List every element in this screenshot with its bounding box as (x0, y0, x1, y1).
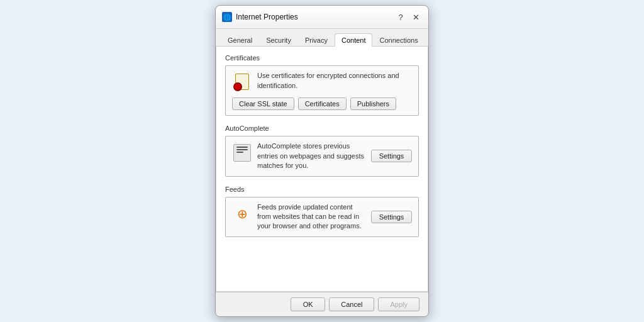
feeds-section: Feeds ⊕ Feeds provide updated content fr… (225, 186, 419, 237)
feeds-icon-container: ⊕ (232, 204, 252, 224)
certificates-icon (232, 72, 252, 92)
autocomplete-settings-button[interactable]: Settings (371, 150, 412, 162)
rss-icon: ⊕ (237, 206, 248, 221)
certificates-box: Use certificates for encrypted connectio… (225, 65, 419, 116)
internet-properties-dialog: 🌐 Internet Properties ? ✕ General Securi… (215, 5, 429, 316)
autocomplete-box: AutoComplete stores previous entries on … (225, 136, 419, 176)
autocomplete-description: AutoComplete stores previous entries on … (257, 142, 366, 170)
cert-icon-graphic (233, 74, 251, 91)
cert-icon-seal (233, 82, 242, 91)
help-button[interactable]: ? (394, 11, 407, 23)
tab-security[interactable]: Security (259, 33, 298, 47)
dialog-title: Internet Properties (236, 13, 298, 21)
tab-general[interactable]: General (221, 33, 259, 47)
tab-content[interactable]: Content (335, 33, 373, 47)
autocomplete-icon-graphic (233, 144, 251, 162)
feeds-settings-button[interactable]: Settings (371, 211, 412, 223)
autocomplete-icon-container (232, 143, 252, 163)
apply-button[interactable]: Apply (378, 297, 419, 311)
tabs-bar: General Security Privacy Content Connect… (216, 29, 428, 47)
autocomplete-row: AutoComplete stores previous entries on … (232, 142, 412, 170)
spacer (225, 246, 419, 284)
feeds-box: ⊕ Feeds provide updated content from web… (225, 197, 419, 237)
dialog-body: Certificates Use certificates for encryp… (216, 47, 428, 291)
publishers-button[interactable]: Publishers (350, 97, 396, 110)
certificates-section: Certificates Use certificates for encryp… (225, 54, 419, 116)
feeds-description: Feeds provide updated content from websi… (257, 203, 366, 231)
feeds-icon-graphic: ⊕ (233, 205, 251, 223)
clear-ssl-button[interactable]: Clear SSL state (232, 97, 294, 110)
title-bar: 🌐 Internet Properties ? ✕ (216, 6, 428, 29)
title-bar-left: 🌐 Internet Properties (222, 12, 298, 22)
ok-button[interactable]: OK (291, 297, 325, 311)
feeds-label: Feeds (225, 186, 419, 193)
dialog-icon: 🌐 (222, 12, 232, 22)
certificates-description: Use certificates for encrypted connectio… (257, 71, 412, 91)
tab-programs[interactable]: Programs (425, 33, 429, 47)
footer-bar: OK Cancel Apply (216, 292, 428, 316)
close-button[interactable]: ✕ (409, 11, 422, 23)
certificates-buttons: Clear SSL state Certificates Publishers (232, 97, 412, 110)
title-bar-controls: ? ✕ (394, 11, 422, 23)
certificates-row: Use certificates for encrypted connectio… (232, 71, 412, 92)
autocomplete-label: AutoComplete (225, 125, 419, 132)
certificates-label: Certificates (225, 54, 419, 62)
certificates-button[interactable]: Certificates (298, 97, 347, 110)
autocomplete-section: AutoComplete AutoComplete stores previou… (225, 125, 419, 176)
feeds-row: ⊕ Feeds provide updated content from web… (232, 203, 412, 231)
cancel-button[interactable]: Cancel (329, 297, 374, 311)
tab-connections[interactable]: Connections (372, 33, 425, 47)
tab-privacy[interactable]: Privacy (298, 33, 335, 47)
